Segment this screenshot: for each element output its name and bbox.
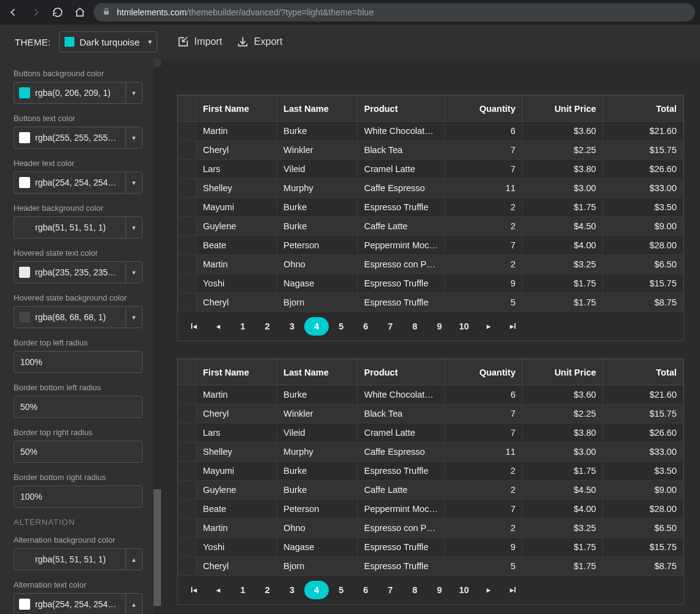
column-header[interactable]: Total <box>602 360 683 385</box>
scroll-up-button[interactable] <box>154 59 161 66</box>
table-row[interactable]: GuyleneBurkeCaffe Latte2$4.50$9.00 <box>178 217 683 236</box>
theme-select[interactable]: Dark turquoise ▾ <box>59 31 157 52</box>
color-input[interactable]: rgba(254, 254, 254… <box>14 593 125 614</box>
table-row[interactable]: ShelleyMurphyCaffe Espresso11$3.00$33.00 <box>178 179 683 198</box>
chevron-down-icon[interactable]: ▾ <box>125 261 143 283</box>
row-handle[interactable] <box>178 423 197 443</box>
table-row[interactable]: BeatePetersonPeppermint Moc…7$4.00$28.00 <box>178 236 683 255</box>
row-handle[interactable] <box>178 236 197 255</box>
chevron-up-icon[interactable]: ▴ <box>125 593 143 614</box>
chevron-up-icon[interactable]: ▴ <box>125 548 143 570</box>
table-row[interactable]: MartinOhnoEspresso con P…2$3.25$6.50 <box>178 519 683 538</box>
pager-page-8[interactable]: 8 <box>403 317 427 336</box>
pager-page-9[interactable]: 9 <box>427 317 452 336</box>
reload-button[interactable] <box>49 4 66 21</box>
home-button[interactable] <box>71 4 88 21</box>
pager-page-6[interactable]: 6 <box>353 317 378 336</box>
pager-page-6[interactable]: 6 <box>353 581 378 599</box>
table-row[interactable]: GuyleneBurkeCaffe Latte2$4.50$9.00 <box>178 481 683 500</box>
text-input[interactable] <box>14 486 143 508</box>
pager-page-2[interactable]: 2 <box>255 581 280 599</box>
pager-prev[interactable]: ◂ <box>206 581 230 599</box>
row-handle[interactable] <box>178 557 197 576</box>
chevron-down-icon[interactable]: ▾ <box>125 127 143 149</box>
chevron-down-icon[interactable]: ▾ <box>125 216 143 238</box>
row-handle[interactable] <box>178 404 197 423</box>
pager-prev[interactable]: ◂ <box>206 317 230 336</box>
color-input[interactable]: rgba(0, 206, 209, 1) <box>14 82 125 104</box>
table-row[interactable]: MayumiBurkeEspresso Truffle2$1.75$3.50 <box>178 462 683 481</box>
row-handle[interactable] <box>178 519 197 538</box>
pager-page-3[interactable]: 3 <box>280 317 304 336</box>
import-button[interactable]: Import <box>177 36 222 48</box>
column-header[interactable]: Unit Price <box>522 96 602 122</box>
pager-last[interactable]: ▸I <box>501 581 525 599</box>
row-handle[interactable] <box>178 500 197 519</box>
row-handle[interactable] <box>178 293 197 312</box>
pager-page-5[interactable]: 5 <box>329 317 353 336</box>
row-handle[interactable] <box>178 179 197 198</box>
text-input[interactable] <box>14 351 143 373</box>
color-input[interactable]: rgba(51, 51, 51, 1) <box>14 216 125 238</box>
pager-first[interactable]: I◂ <box>181 581 206 599</box>
table-row[interactable]: YoshiNagaseEspresso Truffle9$1.75$15.75 <box>178 538 683 557</box>
table-row[interactable]: MayumiBurkeEspresso Truffle2$1.75$3.50 <box>178 198 683 217</box>
pager-page-5[interactable]: 5 <box>329 581 353 599</box>
row-handle[interactable] <box>178 462 197 481</box>
pager-page-10[interactable]: 10 <box>452 581 476 599</box>
table-row[interactable]: BeatePetersonPeppermint Moc…7$4.00$28.00 <box>178 500 683 519</box>
color-input[interactable]: rgba(254, 254, 254… <box>14 171 125 194</box>
column-header[interactable]: Product <box>358 360 444 385</box>
column-header[interactable]: Quantity <box>444 96 522 122</box>
chevron-down-icon[interactable]: ▾ <box>125 306 143 328</box>
pager-page-1[interactable]: 1 <box>230 581 255 599</box>
chevron-down-icon[interactable]: ▾ <box>125 82 143 104</box>
back-button[interactable] <box>5 4 22 21</box>
row-handle[interactable] <box>178 538 197 557</box>
row-handle[interactable] <box>178 481 197 500</box>
pager-page-7[interactable]: 7 <box>378 317 403 336</box>
pager-page-9[interactable]: 9 <box>427 581 452 599</box>
row-handle[interactable] <box>178 141 197 160</box>
pager-page-7[interactable]: 7 <box>378 581 403 599</box>
table-row[interactable]: MartinBurkeWhite Chocolate…6$3.60$21.60 <box>178 122 683 141</box>
chevron-down-icon[interactable]: ▾ <box>125 171 143 194</box>
column-header[interactable]: Unit Price <box>522 360 602 385</box>
column-header[interactable]: Last Name <box>277 96 358 122</box>
row-handle[interactable] <box>178 274 197 293</box>
scrollbar-thumb[interactable] <box>154 489 161 606</box>
pager-page-3[interactable]: 3 <box>280 581 304 599</box>
pager-next[interactable]: ▸ <box>476 317 501 336</box>
row-handle[interactable] <box>178 443 197 462</box>
pager-page-8[interactable]: 8 <box>403 581 427 599</box>
row-handle[interactable] <box>178 122 197 141</box>
pager-last[interactable]: ▸I <box>501 317 525 336</box>
row-handle[interactable] <box>178 255 197 274</box>
forward-button[interactable] <box>27 4 44 21</box>
table-row[interactable]: MartinBurkeWhite Chocolate…6$3.60$21.60 <box>178 385 683 404</box>
column-header[interactable]: Quantity <box>444 360 522 385</box>
color-input[interactable]: rgba(51, 51, 51, 1) <box>14 548 125 570</box>
table-row[interactable]: YoshiNagaseEspresso Truffle9$1.75$15.75 <box>178 274 683 293</box>
row-handle[interactable] <box>178 385 197 404</box>
row-handle[interactable] <box>178 198 197 217</box>
table-row[interactable]: LarsVileidCramel Latte7$3.80$26.60 <box>178 423 683 443</box>
pager-first[interactable]: I◂ <box>181 317 206 336</box>
column-header[interactable]: First Name <box>197 96 277 122</box>
pager-page-4[interactable]: 4 <box>304 581 329 599</box>
table-row[interactable]: CherylBjornEspresso Truffle5$1.75$8.75 <box>178 557 683 576</box>
column-header[interactable]: Last Name <box>277 360 358 385</box>
color-input[interactable]: rgba(68, 68, 68, 1) <box>14 306 125 328</box>
table-row[interactable]: CherylWinklerBlack Tea7$2.25$15.75 <box>178 404 683 423</box>
table-row[interactable]: ShelleyMurphyCaffe Espresso11$3.00$33.00 <box>178 443 683 462</box>
scrollbar-track[interactable] <box>154 59 161 614</box>
text-input[interactable] <box>14 441 143 463</box>
table-row[interactable]: LarsVileidCramel Latte7$3.80$26.60 <box>178 160 683 179</box>
row-handle[interactable] <box>178 160 197 179</box>
table-row[interactable]: MartinOhnoEspresso con P…2$3.25$6.50 <box>178 255 683 274</box>
pager-page-4[interactable]: 4 <box>304 317 329 336</box>
pager-page-2[interactable]: 2 <box>255 317 280 336</box>
column-header[interactable]: Product <box>358 96 444 122</box>
table-row[interactable]: CherylBjornEspresso Truffle5$1.75$8.75 <box>178 293 683 312</box>
address-bar[interactable]: htmlelements.com/themebuilder/advanced/?… <box>93 3 695 22</box>
